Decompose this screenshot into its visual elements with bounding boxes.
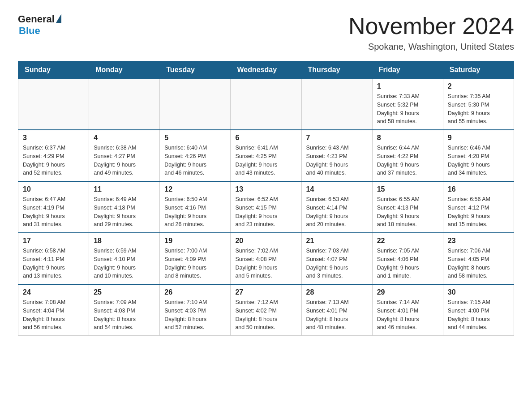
calendar-cell: 12Sunrise: 6:50 AMSunset: 4:16 PMDayligh… [160,181,231,233]
day-number: 11 [94,185,155,193]
day-number: 21 [306,237,368,245]
day-info: Sunrise: 6:44 AMSunset: 4:22 PMDaylight:… [377,144,438,177]
day-info: Sunrise: 7:08 AMSunset: 4:04 PMDaylight:… [23,298,84,332]
day-info: Sunrise: 6:47 AMSunset: 4:19 PMDaylight:… [23,195,84,229]
day-number: 25 [94,288,155,296]
calendar-cell [160,79,231,130]
calendar-cell [231,79,301,130]
day-info: Sunrise: 6:52 AMSunset: 4:15 PMDaylight:… [235,195,296,229]
day-info: Sunrise: 6:59 AMSunset: 4:10 PMDaylight:… [94,247,155,280]
calendar-cell: 22Sunrise: 7:05 AMSunset: 4:06 PMDayligh… [372,233,443,284]
day-info: Sunrise: 6:37 AMSunset: 4:29 PMDaylight:… [23,144,84,177]
day-info: Sunrise: 6:50 AMSunset: 4:16 PMDaylight:… [164,195,226,229]
calendar-week-2: 3Sunrise: 6:37 AMSunset: 4:29 PMDaylight… [18,130,514,181]
column-header-thursday: Thursday [301,61,372,79]
calendar-cell: 5Sunrise: 6:40 AMSunset: 4:26 PMDaylight… [160,130,231,181]
column-header-wednesday: Wednesday [231,61,301,79]
day-number: 27 [235,288,296,296]
calendar-cell: 28Sunrise: 7:13 AMSunset: 4:01 PMDayligh… [301,284,372,336]
day-info: Sunrise: 7:13 AMSunset: 4:01 PMDaylight:… [306,298,368,332]
month-title: November 2024 [348,13,514,39]
day-info: Sunrise: 7:00 AMSunset: 4:09 PMDaylight:… [164,247,226,280]
calendar-week-1: 1Sunrise: 7:33 AMSunset: 5:32 PMDaylight… [18,79,514,130]
day-info: Sunrise: 6:38 AMSunset: 4:27 PMDaylight:… [94,144,155,177]
calendar-cell: 30Sunrise: 7:15 AMSunset: 4:00 PMDayligh… [443,284,514,336]
calendar-cell [301,79,372,130]
day-number: 24 [23,288,84,296]
day-number: 4 [94,134,155,142]
day-info: Sunrise: 7:10 AMSunset: 4:03 PMDaylight:… [164,298,226,332]
day-number: 28 [306,288,368,296]
day-number: 5 [164,134,226,142]
calendar-cell: 20Sunrise: 7:02 AMSunset: 4:08 PMDayligh… [231,233,301,284]
location-subtitle: Spokane, Washington, United States [348,42,514,52]
calendar-cell: 18Sunrise: 6:59 AMSunset: 4:10 PMDayligh… [89,233,160,284]
day-number: 17 [23,237,84,245]
day-info: Sunrise: 6:46 AMSunset: 4:20 PMDaylight:… [448,144,509,177]
logo: General Blue [18,13,61,37]
calendar-cell: 6Sunrise: 6:41 AMSunset: 4:25 PMDaylight… [231,130,301,181]
day-info: Sunrise: 6:53 AMSunset: 4:14 PMDaylight:… [306,195,368,229]
day-number: 12 [164,185,226,193]
calendar-table: SundayMondayTuesdayWednesdayThursdayFrid… [18,61,514,336]
day-info: Sunrise: 7:14 AMSunset: 4:01 PMDaylight:… [377,298,438,332]
calendar-cell: 10Sunrise: 6:47 AMSunset: 4:19 PMDayligh… [18,181,89,233]
logo-blue: Blue [19,25,40,37]
day-info: Sunrise: 7:05 AMSunset: 4:06 PMDaylight:… [377,247,438,280]
calendar-cell: 19Sunrise: 7:00 AMSunset: 4:09 PMDayligh… [160,233,231,284]
calendar-cell: 27Sunrise: 7:12 AMSunset: 4:02 PMDayligh… [231,284,301,336]
day-info: Sunrise: 6:40 AMSunset: 4:26 PMDaylight:… [164,144,226,177]
calendar-cell: 9Sunrise: 6:46 AMSunset: 4:20 PMDaylight… [443,130,514,181]
calendar-cell: 15Sunrise: 6:55 AMSunset: 4:13 PMDayligh… [372,181,443,233]
calendar-cell: 7Sunrise: 6:43 AMSunset: 4:23 PMDaylight… [301,130,372,181]
calendar-week-5: 24Sunrise: 7:08 AMSunset: 4:04 PMDayligh… [18,284,514,336]
calendar-cell: 26Sunrise: 7:10 AMSunset: 4:03 PMDayligh… [160,284,231,336]
page-header: General Blue November 2024 Spokane, Wash… [18,13,514,52]
day-number: 23 [448,237,509,245]
column-header-friday: Friday [372,61,443,79]
calendar-cell: 13Sunrise: 6:52 AMSunset: 4:15 PMDayligh… [231,181,301,233]
calendar-cell: 29Sunrise: 7:14 AMSunset: 4:01 PMDayligh… [372,284,443,336]
day-info: Sunrise: 6:58 AMSunset: 4:11 PMDaylight:… [23,247,84,280]
calendar-cell: 8Sunrise: 6:44 AMSunset: 4:22 PMDaylight… [372,130,443,181]
logo-triangle-icon [56,14,61,23]
calendar-cell: 21Sunrise: 7:03 AMSunset: 4:07 PMDayligh… [301,233,372,284]
day-number: 3 [23,134,84,142]
calendar-cell: 2Sunrise: 7:35 AMSunset: 5:30 PMDaylight… [443,79,514,130]
calendar-cell: 11Sunrise: 6:49 AMSunset: 4:18 PMDayligh… [89,181,160,233]
column-header-saturday: Saturday [443,61,514,79]
day-number: 22 [377,237,438,245]
day-info: Sunrise: 7:35 AMSunset: 5:30 PMDaylight:… [448,92,509,126]
day-info: Sunrise: 6:43 AMSunset: 4:23 PMDaylight:… [306,144,368,177]
day-number: 16 [448,185,509,193]
day-info: Sunrise: 7:15 AMSunset: 4:00 PMDaylight:… [448,298,509,332]
day-number: 6 [235,134,296,142]
calendar-cell: 23Sunrise: 7:06 AMSunset: 4:05 PMDayligh… [443,233,514,284]
day-number: 14 [306,185,368,193]
day-info: Sunrise: 7:03 AMSunset: 4:07 PMDaylight:… [306,247,368,280]
column-header-sunday: Sunday [18,61,89,79]
day-number: 2 [448,82,509,90]
column-header-monday: Monday [89,61,160,79]
calendar-cell: 25Sunrise: 7:09 AMSunset: 4:03 PMDayligh… [89,284,160,336]
title-section: November 2024 Spokane, Washington, Unite… [348,13,514,52]
day-number: 19 [164,237,226,245]
day-number: 9 [448,134,509,142]
calendar-header-row: SundayMondayTuesdayWednesdayThursdayFrid… [18,61,514,79]
day-info: Sunrise: 6:55 AMSunset: 4:13 PMDaylight:… [377,195,438,229]
day-number: 15 [377,185,438,193]
day-number: 30 [448,288,509,296]
day-info: Sunrise: 6:56 AMSunset: 4:12 PMDaylight:… [448,195,509,229]
calendar-cell: 17Sunrise: 6:58 AMSunset: 4:11 PMDayligh… [18,233,89,284]
day-info: Sunrise: 7:33 AMSunset: 5:32 PMDaylight:… [377,92,438,126]
day-number: 8 [377,134,438,142]
day-number: 26 [164,288,226,296]
calendar-cell: 14Sunrise: 6:53 AMSunset: 4:14 PMDayligh… [301,181,372,233]
calendar-week-4: 17Sunrise: 6:58 AMSunset: 4:11 PMDayligh… [18,233,514,284]
calendar-cell: 1Sunrise: 7:33 AMSunset: 5:32 PMDaylight… [372,79,443,130]
day-info: Sunrise: 7:09 AMSunset: 4:03 PMDaylight:… [94,298,155,332]
column-header-tuesday: Tuesday [160,61,231,79]
calendar-cell: 24Sunrise: 7:08 AMSunset: 4:04 PMDayligh… [18,284,89,336]
day-number: 1 [377,82,438,90]
calendar-cell: 16Sunrise: 6:56 AMSunset: 4:12 PMDayligh… [443,181,514,233]
